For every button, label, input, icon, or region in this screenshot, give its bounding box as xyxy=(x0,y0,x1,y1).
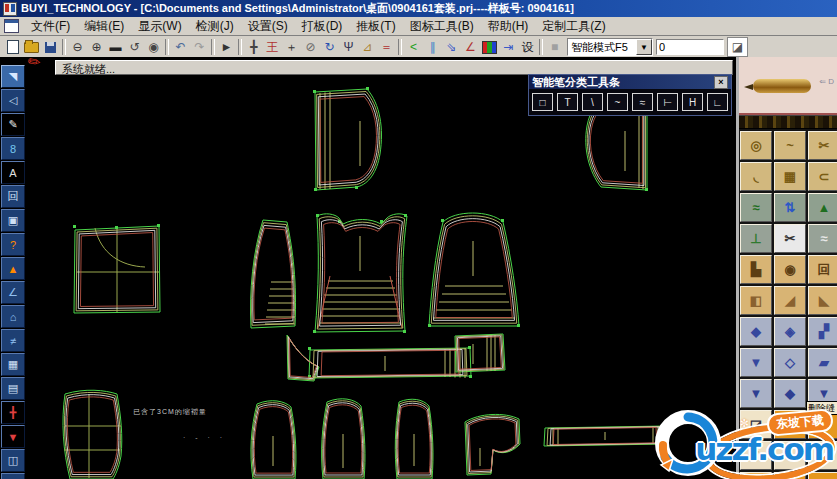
cut-tool[interactable]: ✂ xyxy=(808,131,837,160)
move-icon[interactable]: ╋ xyxy=(244,38,263,56)
gray-box-icon[interactable]: ■ xyxy=(545,38,564,56)
menu-pattern[interactable]: 打板(D) xyxy=(295,17,350,36)
clamp-tool[interactable]: ⊂ xyxy=(808,162,837,191)
notch-tool-icon[interactable]: ◪ xyxy=(727,37,748,57)
outline-dart-tool[interactable]: ◇ xyxy=(774,348,806,377)
bobbin-tool[interactable]: ◉ xyxy=(774,255,806,284)
menu-grading[interactable]: 推板(T) xyxy=(349,17,402,36)
cloth-tool[interactable]: ≈ xyxy=(740,193,772,222)
rotate-piece-icon[interactable]: ↻ xyxy=(320,38,339,56)
flame-tool[interactable]: ▲ xyxy=(1,257,25,280)
symmetry-icon[interactable]: Ψ xyxy=(339,38,358,56)
red-cross-tool[interactable]: ╋ xyxy=(1,401,25,424)
sp-curve[interactable]: ~ xyxy=(607,93,628,111)
grid-tool[interactable]: ▦ xyxy=(774,162,806,191)
seam-icon[interactable]: ∠ xyxy=(461,38,480,56)
pattern-piece-waistband[interactable] xyxy=(309,348,471,378)
sewing-machine-tool[interactable]: ▙ xyxy=(740,255,772,284)
help-tool[interactable]: ? xyxy=(1,233,25,256)
curve-c-tool[interactable]: ◞ xyxy=(808,441,837,470)
mode-dropdown[interactable]: 智能模式F5 ▼ xyxy=(567,38,653,56)
menu-settings[interactable]: 设置(S) xyxy=(241,17,295,36)
lock-move-icon[interactable]: ⊘ xyxy=(301,38,320,56)
measure-tool[interactable]: ∠ xyxy=(1,281,25,304)
cup-tool[interactable]: ◧ xyxy=(740,286,772,315)
flashlight-tool[interactable]: ◪ xyxy=(740,410,772,439)
rect-tool[interactable]: 回 xyxy=(1,185,25,208)
undo-icon[interactable]: ↶ xyxy=(171,38,190,56)
pattern-piece-flare[interactable] xyxy=(429,213,519,326)
color-grid-icon[interactable] xyxy=(480,38,499,56)
sp-rect[interactable]: □ xyxy=(532,93,553,111)
save-icon[interactable] xyxy=(41,38,60,56)
move-point-icon[interactable]: ⇥ xyxy=(499,38,518,56)
text-tool[interactable]: A xyxy=(1,161,25,184)
new-file-icon[interactable] xyxy=(3,38,22,56)
red-triangle-tool[interactable]: ▼ xyxy=(1,425,25,448)
sp-line[interactable]: \ xyxy=(582,93,603,111)
shade-tool[interactable]: ▞ xyxy=(808,317,837,346)
pointer-delete-icon[interactable]: ► xyxy=(217,38,236,56)
dart-tool[interactable]: ▼ xyxy=(740,348,772,377)
fit-screen-icon[interactable]: ▬ xyxy=(106,38,125,56)
drop-arrow-tool[interactable]: ↓ xyxy=(774,410,806,439)
box-a-tool[interactable]: ▣ xyxy=(740,472,772,479)
zoom-in-icon[interactable]: ⊕ xyxy=(87,38,106,56)
box-b-tool[interactable]: ◫ xyxy=(774,472,806,479)
smart-pen-titlebar[interactable]: 智能笔分类工具条 × xyxy=(529,75,731,89)
menu-help[interactable]: 帮助(H) xyxy=(481,17,536,36)
pattern-piece-vest-front[interactable] xyxy=(315,214,407,332)
curve-a-tool[interactable]: ◜ xyxy=(740,441,772,470)
stamp-tool[interactable]: ⊥ xyxy=(740,224,772,253)
pile-tool[interactable]: ▲ xyxy=(808,193,837,222)
pattern-canvas[interactable] xyxy=(25,76,737,479)
rotate-view-icon[interactable]: ↺ xyxy=(125,38,144,56)
menu-icon-tools[interactable]: 图标工具(B) xyxy=(403,17,481,36)
adjust-icon[interactable]: 王 xyxy=(263,38,282,56)
hatch-icon[interactable]: ∥ xyxy=(423,38,442,56)
gem-tool[interactable]: ◈ xyxy=(774,317,806,346)
menu-file[interactable]: 文件(F) xyxy=(24,17,77,36)
angle-icon[interactable]: ⊿ xyxy=(358,38,377,56)
add-point-icon[interactable]: ＋ xyxy=(282,38,301,56)
chevron-down-icon[interactable]: ▼ xyxy=(636,39,652,55)
arrow-dart-tool[interactable]: ▼ xyxy=(740,379,772,408)
check-icon[interactable]: < xyxy=(404,38,423,56)
stitch-tool[interactable]: 8 xyxy=(1,137,25,160)
curve-tool[interactable]: ~ xyxy=(774,131,806,160)
sp-corner[interactable]: ∟ xyxy=(707,93,728,111)
arrows-icon[interactable]: ⇘ xyxy=(442,38,461,56)
scissors-tool[interactable]: ✂ xyxy=(774,224,806,253)
menu-custom-tools[interactable]: 定制工具(Z) xyxy=(535,17,612,36)
bar-tool[interactable]: ▰ xyxy=(808,348,837,377)
spindle-tool[interactable]: ◆ xyxy=(774,379,806,408)
rect-dot-tool[interactable]: ▣ xyxy=(1,209,25,232)
value-input[interactable] xyxy=(656,39,724,55)
sp-h[interactable]: H xyxy=(682,93,703,111)
patch-tool[interactable]: ◣ xyxy=(808,286,837,315)
wave-tool[interactable]: ≈ xyxy=(808,224,837,253)
swap-arrows-tool[interactable]: ⇅ xyxy=(774,193,806,222)
shoe-tool[interactable]: ◢ xyxy=(774,286,806,315)
ruler-tool[interactable]: ≠ xyxy=(1,329,25,352)
sp-hline-arrow[interactable]: ⊢ xyxy=(657,93,678,111)
close-icon[interactable]: × xyxy=(714,76,728,89)
keypad-tool[interactable]: ▦ xyxy=(1,353,25,376)
curve-b-tool[interactable]: ◝ xyxy=(774,441,806,470)
table-tool[interactable]: ◫ xyxy=(1,449,25,472)
pick-tool[interactable]: ◥ xyxy=(1,65,25,88)
equal-icon[interactable]: ＝ xyxy=(377,38,396,56)
box-c-tool[interactable]: ▤ xyxy=(808,472,837,479)
sp-curve-arrow[interactable]: ≈ xyxy=(632,93,653,111)
redo-icon[interactable]: ↷ xyxy=(190,38,209,56)
sp-tee[interactable]: T xyxy=(557,93,578,111)
she-tool-icon[interactable]: 设 xyxy=(518,38,537,56)
zoom-area-icon[interactable]: ◉ xyxy=(144,38,163,56)
pen-tool[interactable]: ✎ xyxy=(1,113,25,136)
zoom-out-icon[interactable]: ⊖ xyxy=(68,38,87,56)
trace-tool[interactable]: ◎ xyxy=(740,131,772,160)
house-tool[interactable]: ⌂ xyxy=(1,305,25,328)
menu-edit[interactable]: 编辑(E) xyxy=(77,17,131,36)
spiral-tool[interactable]: 回 xyxy=(808,255,837,284)
dim-close-tool[interactable]: × xyxy=(1,473,25,479)
